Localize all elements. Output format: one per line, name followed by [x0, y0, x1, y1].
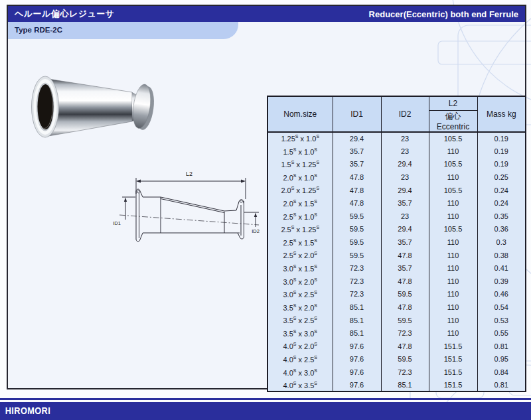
cell-value: 97.6 [333, 379, 381, 392]
table-row: 2.0S x 1.0S47.8231100.25 [267, 171, 526, 184]
footer-bar: HIROMORI [0, 402, 531, 420]
cell-value: 0.81 [477, 340, 526, 353]
cell-nom-size: 2.5S x 1.0S [267, 210, 333, 223]
cell-value: 72.3 [333, 288, 381, 301]
table-row: 1.25S x 1.0S29.423105.50.19 [267, 132, 526, 145]
dimension-drawing: L2 ID1 ID2 [101, 163, 267, 255]
cell-value: 59.5 [333, 223, 381, 236]
table-row: 4.0S x 3.5S97.685.1151.50.81 [267, 379, 526, 392]
type-label: Type RDE-2C [15, 26, 62, 34]
cell-value: 72.3 [381, 326, 429, 340]
page-title-japanese: ヘルール偏心レジューサ [15, 8, 115, 20]
table-row: 2.5S x 2.0S59.547.81100.38 [267, 249, 526, 262]
cell-value: 0.39 [477, 275, 526, 288]
spec-table: Nom.size ID1 ID2 L2 Mass kg 偏心 Eccentric… [267, 96, 526, 392]
cell-value: 97.6 [333, 366, 381, 379]
cell-value: 47.8 [333, 171, 381, 184]
table-row: 4.0S x 2.0S97.647.8151.50.81 [267, 340, 526, 353]
cell-nom-size: 3.0S x 2.0S [267, 275, 333, 288]
spec-table-container: Nom.size ID1 ID2 L2 Mass kg 偏心 Eccentric… [267, 96, 526, 392]
cell-value: 110 [429, 210, 477, 223]
cell-value: 0.25 [477, 171, 526, 184]
cell-value: 110 [429, 249, 477, 262]
col-header-id2: ID2 [381, 96, 429, 132]
cell-value: 29.4 [381, 184, 429, 197]
cell-value: 35.7 [381, 236, 429, 249]
cell-value: 35.7 [333, 158, 381, 171]
cell-nom-size: 1.5S x 1.0S [267, 145, 333, 158]
cell-value: 110 [429, 261, 477, 275]
cell-value: 110 [429, 314, 477, 327]
cell-value: 105.5 [429, 184, 477, 197]
title-bar: ヘルール偏心レジューサ Reducer(Eccentric) both end … [8, 6, 525, 22]
cell-value: 29.4 [333, 132, 381, 145]
cell-nom-size: 2.5S x 1.25S [267, 223, 333, 236]
table-row: 3.5S x 3.0S85.172.31100.55 [267, 326, 526, 340]
cell-value: 151.5 [429, 340, 477, 353]
cell-value: 0.24 [477, 196, 526, 210]
cell-value: 47.8 [333, 196, 381, 210]
cell-value: 29.4 [381, 223, 429, 236]
cell-value: 47.8 [381, 249, 429, 262]
cell-value: 35.7 [381, 196, 429, 210]
cell-nom-size: 2.5S x 2.0S [267, 249, 333, 262]
cell-value: 72.3 [333, 275, 381, 288]
cell-value: 0.53 [477, 314, 526, 327]
cell-value: 151.5 [429, 366, 477, 379]
col-header-nom-size: Nom.size [267, 96, 333, 132]
cell-value: 110 [429, 145, 477, 158]
cell-value: 97.6 [333, 353, 381, 366]
cell-value: 0.36 [477, 223, 526, 236]
cell-value: 23 [381, 132, 429, 145]
type-label-bar: Type RDE-2C [8, 22, 238, 39]
col-header-l2: L2 [429, 96, 477, 110]
cell-value: 105.5 [429, 223, 477, 236]
cell-nom-size: 3.0S x 2.5S [267, 288, 333, 301]
cell-value: 59.5 [333, 210, 381, 223]
cell-value: 72.3 [333, 261, 381, 275]
cell-value: 0.19 [477, 145, 526, 158]
cell-nom-size: 4.0S x 2.5S [267, 353, 333, 366]
cell-value: 85.1 [333, 314, 381, 327]
cell-value: 0.84 [477, 366, 526, 379]
table-row: 2.0S x 1.5S47.835.71100.24 [267, 196, 526, 210]
cell-value: 85.1 [333, 301, 381, 314]
cell-value: 0.3 [477, 236, 526, 249]
cell-value: 0.38 [477, 249, 526, 262]
cell-value: 23 [381, 145, 429, 158]
cell-nom-size: 3.0S x 1.5S [267, 261, 333, 275]
cell-nom-size: 2.0S x 1.0S [267, 171, 333, 184]
col-header-l2-eccentric: 偏心 Eccentric [429, 110, 477, 132]
cell-value: 59.5 [381, 314, 429, 327]
table-row: 2.0S x 1.25S47.829.4105.50.24 [267, 184, 526, 197]
cell-value: 72.3 [381, 366, 429, 379]
table-row: 4.0S x 2.5S97.659.5151.50.95 [267, 353, 526, 366]
table-row: 3.0S x 1.5S72.335.71100.41 [267, 261, 526, 275]
cell-value: 105.5 [429, 132, 477, 145]
brand-logo: HIROMORI [0, 402, 50, 419]
cell-nom-size: 2.0S x 1.5S [267, 196, 333, 210]
spec-table-body: 1.25S x 1.0S29.423105.50.191.5S x 1.0S35… [267, 132, 526, 392]
cell-value: 59.5 [381, 353, 429, 366]
cell-nom-size: 4.0S x 3.0S [267, 366, 333, 379]
cell-value: 110 [429, 288, 477, 301]
cell-value: 110 [429, 326, 477, 340]
table-row: 2.5S x 1.0S59.5231100.35 [267, 210, 526, 223]
cell-value: 59.5 [381, 288, 429, 301]
cell-value: 110 [429, 236, 477, 249]
cell-value: 110 [429, 275, 477, 288]
table-row: 3.5S x 2.5S85.159.51100.53 [267, 314, 526, 327]
cell-value: 0.41 [477, 261, 526, 275]
cell-nom-size: 1.25S x 1.0S [267, 132, 333, 145]
cell-value: 105.5 [429, 158, 477, 171]
cell-value: 47.8 [381, 275, 429, 288]
cell-value: 29.4 [381, 158, 429, 171]
table-row: 1.5S x 1.25S35.729.4105.50.19 [267, 158, 526, 171]
cell-value: 0.95 [477, 353, 526, 366]
cell-value: 0.54 [477, 301, 526, 314]
cell-nom-size: 2.0S x 1.25S [267, 184, 333, 197]
col-header-mass: Mass kg [477, 96, 526, 132]
cell-value: 47.8 [381, 340, 429, 353]
cell-nom-size: 3.5S x 2.5S [267, 314, 333, 327]
table-row: 2.5S x 1.25S59.529.4105.50.36 [267, 223, 526, 236]
